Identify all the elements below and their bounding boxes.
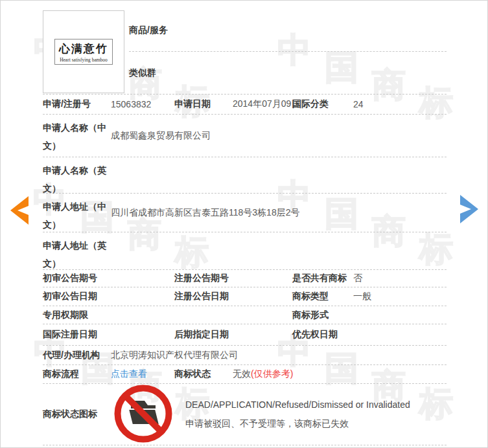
trademark-detail-page: 中国商标中国商标中国商标中国商标中国商标中国商标 心满意竹 Heart sati… (0, 0, 488, 448)
row-intl-dates: 国际注册日期 后期指定日期 优先权日期 (43, 324, 447, 346)
reg-notice-date-label: 注册公告日期 (174, 291, 233, 302)
intl-reg-date-label: 国际注册日期 (43, 329, 111, 341)
row-process-status: 商标流程 点击查看 商标状态 无效(仅供参考) (43, 365, 447, 384)
status-value: 无效 (233, 368, 251, 379)
intl-class-value: 24 (353, 99, 447, 109)
row-application-number: 申请/注册号 15063832 申请日期 2014年07月09日 国际分类 24 (43, 95, 447, 115)
prelim-no-label: 初审公告期号 (43, 273, 111, 284)
row-status-icon: 商标状态图标 DEAD/APPLICATION/Refused/Dismisse… (43, 384, 447, 445)
status-label: 商标状态 (174, 368, 233, 380)
priority-date-label: 优先权日期 (292, 329, 353, 341)
applicant-addr-en-label: 申请人地址（英文） (43, 232, 111, 273)
applicant-name-cn-value: 成都蜀鑫泉贸易有限公司 (111, 130, 447, 142)
row-applicant-addr-en: 申请人地址（英文） (43, 232, 447, 270)
row-applicant-name-en: 申请人名称（英文） (43, 157, 447, 194)
applicant-name-cn-label: 申请人名称（中文） (43, 115, 111, 155)
goods-services-label: 商品/服务 (129, 25, 168, 36)
row-notice-numbers: 初审公告期号 注册公告期号 是否共有商标 否 (43, 270, 447, 287)
status-value-cell: 无效(仅供参考) (233, 368, 447, 380)
prelim-date-label: 初审公告日期 (43, 291, 111, 302)
agency-value: 北京明涛知识产权代理有限公司 (111, 350, 447, 361)
applicant-addr-cn-label: 申请人地址（中文） (43, 194, 111, 234)
row-term-form: 专用权期限 商标形式 (43, 306, 447, 324)
status-description-en: DEAD/APPLICATION/Refused/Dismissed or In… (185, 399, 410, 410)
app-no-label: 申请/注册号 (43, 98, 111, 110)
status-description-cn: 申请被驳回、不予受理等，该商标已失效 (185, 418, 410, 430)
row-image-goods: 心满意竹 Heart satisfying bamboo 商品/服务 类似群 (43, 9, 447, 95)
later-designation-label: 后期指定日期 (174, 329, 233, 341)
chevron-left-icon (9, 217, 30, 227)
trademark-logo-en-text: Heart satisfying bamboo (59, 57, 108, 63)
status-note: (仅供参考) (251, 368, 293, 379)
next-arrow-button[interactable] (459, 194, 480, 224)
applicant-addr-cn-value: 四川省成都市高新区吉泰五路118号3栋18层2号 (111, 207, 447, 219)
exclusive-term-label: 专用权期限 (43, 309, 111, 321)
status-icon-label: 商标状态图标 (43, 409, 111, 420)
trademark-logo-cn-text: 心满意竹 (59, 41, 108, 56)
agency-label: 代理/办理机构 (43, 350, 111, 361)
trademark-logo: 心满意竹 Heart satisfying bamboo (54, 39, 113, 65)
mark-form-label: 商标形式 (292, 309, 353, 321)
app-date-value: 2014年07月09日 (233, 98, 292, 110)
similar-group-label: 类似群 (129, 67, 156, 79)
intl-class-label: 国际分类 (292, 98, 353, 110)
mark-type-label: 商标类型 (292, 291, 353, 302)
chevron-right-icon (459, 216, 480, 226)
process-label: 商标流程 (43, 368, 111, 380)
mark-type-value: 一般 (353, 291, 447, 302)
joint-mark-label: 是否共有商标 (292, 273, 353, 284)
app-no-value: 15063832 (111, 99, 174, 109)
reg-notice-no-label: 注册公告期号 (174, 273, 233, 284)
dead-trademark-icon (114, 385, 172, 445)
applicant-name-en-label: 申请人名称（英文） (43, 157, 111, 197)
row-similar-group: 类似群 (129, 52, 447, 94)
row-agency: 代理/办理机构 北京明涛知识产权代理有限公司 (43, 346, 447, 365)
joint-mark-value: 否 (353, 273, 447, 284)
view-process-link[interactable]: 点击查看 (111, 368, 147, 379)
row-notice-dates: 初审公告日期 注册公告日期 商标类型 一般 (43, 287, 447, 306)
trademark-info-table: 心满意竹 Heart satisfying bamboo 商品/服务 类似群 申… (43, 9, 447, 445)
trademark-image: 心满意竹 Heart satisfying bamboo (43, 10, 124, 93)
row-goods-services: 商品/服务 (129, 9, 447, 52)
app-date-label: 申请日期 (174, 98, 233, 110)
row-applicant-name-cn: 申请人名称（中文） 成都蜀鑫泉贸易有限公司 (43, 115, 447, 157)
prev-arrow-button[interactable] (9, 196, 30, 225)
row-applicant-addr-cn: 申请人地址（中文） 四川省成都市高新区吉泰五路118号3栋18层2号 (43, 194, 447, 232)
